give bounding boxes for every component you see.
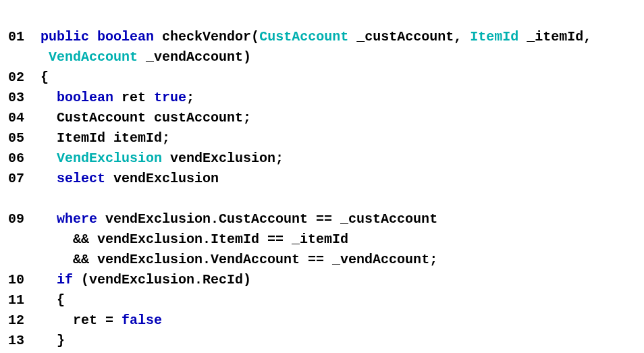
- line-number: 04: [8, 108, 32, 128]
- type-itemid: ItemId: [470, 29, 518, 45]
- punct: (: [251, 29, 259, 45]
- ident: ret: [122, 90, 146, 105]
- param: _vendAccount: [146, 49, 243, 65]
- punct: ,: [583, 29, 591, 45]
- ident: checkVendor: [162, 29, 251, 45]
- line-number: 11: [8, 290, 32, 310]
- punct: ): [243, 49, 251, 65]
- line-09: 09 where vendExclusion.CustAccount == _c…: [8, 211, 437, 267]
- expr: vendExclusion.ItemId == _itemId: [97, 232, 348, 247]
- punct: {: [57, 292, 65, 308]
- line-number: 12: [8, 310, 32, 331]
- ident: vendExclusion;: [170, 151, 284, 166]
- punct: {: [41, 70, 49, 85]
- line-number: 09: [8, 209, 32, 229]
- line-07: 07 select vendExclusion: [8, 171, 219, 186]
- kw-boolean: boolean: [57, 90, 113, 105]
- line-10: 10 if (vendExclusion.RecId): [8, 272, 251, 288]
- decl: ItemId itemId;: [57, 130, 170, 146]
- param: _itemId: [527, 29, 583, 45]
- assign: ret =: [73, 313, 122, 328]
- type-vendexclusion: VendExclusion: [57, 151, 162, 166]
- param: _custAccount: [356, 29, 454, 45]
- line-number: 03: [8, 88, 32, 108]
- line-01: 01 public boolean checkVendor(CustAccoun…: [8, 29, 591, 65]
- kw-false: false: [122, 313, 162, 328]
- line-number: 10: [8, 270, 32, 290]
- kw-true: true: [154, 90, 186, 105]
- line-number: 01: [8, 27, 32, 47]
- line-03: 03 boolean ret true;: [8, 90, 194, 105]
- kw-if: if: [57, 272, 73, 288]
- op-and: &&: [73, 252, 89, 267]
- line-05: 05 ItemId itemId;: [8, 130, 170, 146]
- line-11: 11 {: [8, 292, 65, 308]
- line-12: 12 ret = false: [8, 313, 162, 328]
- line-number: 06: [8, 148, 32, 169]
- decl: CustAccount custAccount;: [57, 110, 251, 126]
- punct: ,: [454, 29, 462, 45]
- punct: ;: [186, 90, 194, 105]
- kw-where: where: [57, 211, 97, 227]
- line-02: 02 {: [8, 70, 49, 85]
- kw-public: public: [41, 29, 89, 45]
- expr: vendExclusion.CustAccount == _custAccoun…: [105, 211, 437, 227]
- line-13: 13 }: [8, 333, 65, 348]
- op-and: &&: [73, 232, 89, 247]
- type-custaccount: CustAccount: [259, 29, 348, 45]
- punct: }: [57, 333, 65, 348]
- cond: (vendExclusion.RecId): [81, 272, 251, 288]
- code-block: 01 public boolean checkVendor(CustAccoun…: [0, 0, 644, 353]
- line-number: 05: [8, 128, 32, 148]
- kw-select: select: [57, 171, 105, 186]
- line-number: 07: [8, 169, 32, 189]
- line-number: 13: [8, 331, 32, 351]
- line-06: 06 VendExclusion vendExclusion;: [8, 151, 284, 166]
- line-04: 04 CustAccount custAccount;: [8, 110, 251, 126]
- kw-boolean: boolean: [97, 29, 154, 45]
- expr: vendExclusion.VendAccount == _vendAccoun…: [97, 252, 437, 267]
- ident: vendExclusion: [113, 171, 219, 186]
- type-vendaccount: VendAccount: [49, 49, 138, 65]
- line-number: 02: [8, 67, 32, 88]
